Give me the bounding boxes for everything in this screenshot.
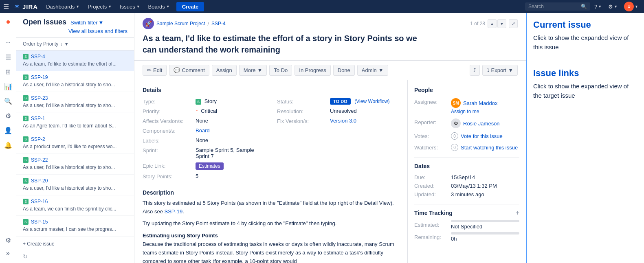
list-item[interactable]: S SSP-1 As an Agile team, I'd like to le… bbox=[16, 112, 134, 133]
help-button[interactable]: ? ▼ bbox=[592, 0, 604, 13]
export-button[interactable]: ⤵ Export ▼ bbox=[482, 65, 518, 76]
sidebar-icon-gear[interactable]: ⚙ bbox=[2, 234, 15, 247]
created-field: Created: 03/May/13 1:32 PM bbox=[414, 183, 519, 189]
create-button[interactable]: Create bbox=[176, 2, 204, 11]
nav-boards[interactable]: Boards ▼ bbox=[145, 0, 173, 13]
search-icon[interactable]: 🔍 bbox=[581, 4, 587, 9]
issue-type-icon: S bbox=[23, 75, 29, 80]
sidebar-icon-board[interactable]: ⊞ bbox=[2, 65, 15, 78]
nav-dashboards[interactable]: Dashboards ▼ bbox=[43, 0, 83, 13]
people-heading: People bbox=[414, 87, 519, 93]
boards-caret: ▼ bbox=[166, 4, 170, 9]
projects-caret: ▼ bbox=[108, 4, 112, 9]
issue-summary: As a user, I'd like a historical story t… bbox=[23, 164, 127, 171]
issue-key: SSP-2 bbox=[31, 136, 45, 142]
sidebar-icon-bell[interactable]: 🔔 bbox=[2, 138, 15, 151]
vote-count-icon: 0 bbox=[451, 132, 458, 140]
nav-arrows: ▲ ▼ bbox=[488, 19, 506, 28]
epic-link-badge[interactable]: Estimates bbox=[196, 162, 224, 170]
breadcrumb-project[interactable]: Sample Scrum Project bbox=[156, 21, 205, 26]
todo-button[interactable]: To Do bbox=[269, 65, 292, 76]
sidebar-icon-search[interactable]: 🔍 bbox=[2, 94, 15, 107]
expand-issue-button[interactable]: ⤢ bbox=[509, 19, 518, 28]
more-button[interactable]: More ▼ bbox=[239, 65, 267, 76]
assign-button[interactable]: Assign bbox=[212, 65, 237, 76]
admin-button[interactable]: Admin ▼ bbox=[357, 65, 388, 76]
sidebar-icon-chart[interactable]: 📊 bbox=[2, 80, 15, 93]
sidebar-icon-more[interactable]: ··· bbox=[2, 36, 15, 49]
list-item[interactable]: S SSP-2 As a product owner, I'd like to … bbox=[16, 133, 134, 154]
issue-key: SSP-15 bbox=[31, 219, 48, 225]
jira-logo[interactable]: ✶ JIRA bbox=[14, 2, 38, 11]
current-issue-annotation: Current issue Click to show the expanded… bbox=[533, 20, 637, 52]
switch-filter-caret: ▼ bbox=[99, 20, 104, 26]
list-item[interactable]: S SSP-23 As a user, I'd like a historica… bbox=[16, 92, 134, 113]
in-progress-button[interactable]: In Progress bbox=[295, 65, 330, 76]
assignee-name[interactable]: Sarah Maddox bbox=[463, 100, 498, 106]
people-section: People Assignee: SM Sarah Maddox Assign … bbox=[414, 87, 519, 151]
refresh-icon[interactable]: ↻ bbox=[16, 250, 134, 263]
list-item[interactable]: S SSP-4 As a team, I'd like to estimate … bbox=[16, 50, 134, 71]
list-item[interactable]: S SSP-15 As a scrum master, I can see th… bbox=[16, 216, 134, 237]
assignee-field: Assignee: SM Sarah Maddox Assign to me bbox=[414, 98, 519, 114]
list-item[interactable]: S SSP-19 As a user, I'd like a historica… bbox=[16, 71, 134, 92]
list-item[interactable]: S SSP-16 As a team, we can finish the sp… bbox=[16, 195, 134, 216]
issues-caret: ▼ bbox=[136, 4, 140, 9]
sidebar-icon-expand[interactable]: » bbox=[2, 247, 15, 260]
switch-filter-button[interactable]: Switch filter ▼ bbox=[70, 20, 103, 26]
assign-to-me-link[interactable]: Assign to me bbox=[451, 109, 498, 114]
issue-type-icon: S bbox=[23, 95, 29, 101]
watchers-row: 0 Start watching this issue bbox=[451, 144, 518, 151]
done-button[interactable]: Done bbox=[333, 65, 355, 76]
sidebar-icon-user[interactable]: 👤 bbox=[2, 124, 15, 137]
list-item[interactable]: S SSP-22 As a user, I'd like a historica… bbox=[16, 154, 134, 175]
create-issue-link[interactable]: + Create issue bbox=[16, 238, 134, 250]
current-issue-title: Current issue bbox=[533, 20, 637, 30]
user-avatar: U bbox=[624, 2, 634, 11]
field-story-points: Story Points: 5 bbox=[143, 173, 265, 180]
order-bar[interactable]: Order by Priority ↓ ▼ bbox=[16, 38, 134, 50]
time-tracking-add-button[interactable]: + bbox=[516, 209, 519, 217]
vote-link[interactable]: Vote for this issue bbox=[461, 133, 503, 139]
time-tracking-heading: Time Tracking bbox=[414, 210, 453, 216]
share-button[interactable]: ⤴ bbox=[470, 65, 480, 76]
desc-link-ssp19[interactable]: SSP-19 bbox=[164, 208, 182, 215]
issue-key: SSP-22 bbox=[31, 157, 48, 163]
prev-issue-button[interactable]: ▲ bbox=[488, 19, 497, 28]
breadcrumb-separator: / bbox=[207, 21, 209, 27]
current-issue-text: Click to show the expanded view of this … bbox=[533, 33, 637, 52]
updated-value: 3 minutes ago bbox=[451, 191, 484, 197]
votes-row: 0 Vote for this issue bbox=[451, 132, 503, 140]
nav-projects[interactable]: Projects ▼ bbox=[84, 0, 115, 13]
list-item[interactable]: S SSP-20 As a user, I'd like a historica… bbox=[16, 175, 134, 195]
sidebar-icon-table[interactable]: ☰ bbox=[2, 50, 15, 64]
sidebar-icon-settings2[interactable]: ⚙ bbox=[2, 109, 15, 122]
workflow-link[interactable]: (View Workflow) bbox=[354, 99, 389, 104]
hamburger-menu[interactable]: ☰ bbox=[3, 3, 9, 11]
field-resolution: Resolution: Unresolved bbox=[277, 108, 399, 114]
user-avatar-button[interactable]: U ▼ bbox=[622, 0, 641, 13]
breadcrumb-issue-key[interactable]: SSP-4 bbox=[211, 21, 226, 26]
reporter-name[interactable]: Rosie Jameson bbox=[463, 121, 500, 127]
component-value[interactable]: Board bbox=[196, 127, 265, 134]
next-issue-button[interactable]: ▼ bbox=[497, 19, 506, 28]
settings-button[interactable]: ⚙ ▼ bbox=[606, 0, 620, 13]
nav-issues[interactable]: Issues ▼ bbox=[116, 0, 143, 13]
detail-main: Details Type: S Story Priority: bbox=[134, 80, 408, 263]
help-caret: ▼ bbox=[598, 4, 602, 9]
fix-version-value[interactable]: Version 3.0 bbox=[330, 118, 356, 124]
detail-header: 🚀 Sample Scrum Project / SSP-4 1 of 28 ▲… bbox=[134, 13, 526, 61]
reporter-field: Reporter: ⚙ Rosie Jameson bbox=[414, 118, 519, 128]
comment-button[interactable]: 💬 Comment bbox=[169, 65, 209, 76]
sidebar-icon-apps[interactable] bbox=[2, 16, 15, 29]
estimated-value: Not Specified bbox=[451, 224, 482, 230]
edit-button[interactable]: ✏ Edit bbox=[143, 65, 167, 76]
top-navigation: ☰ ✶ JIRA Dashboards ▼ Projects ▼ Issues … bbox=[0, 0, 644, 13]
watch-link[interactable]: Start watching this issue bbox=[461, 145, 518, 151]
issue-type-icon: S bbox=[23, 199, 29, 204]
sidebar-bottom: ⚙ » bbox=[2, 234, 15, 260]
search-box[interactable]: Search 🔍 bbox=[525, 2, 590, 11]
description-heading: Description bbox=[143, 189, 399, 196]
view-all-link[interactable]: View all issues and filters bbox=[23, 28, 127, 34]
user-icon: 👤 bbox=[4, 127, 12, 134]
